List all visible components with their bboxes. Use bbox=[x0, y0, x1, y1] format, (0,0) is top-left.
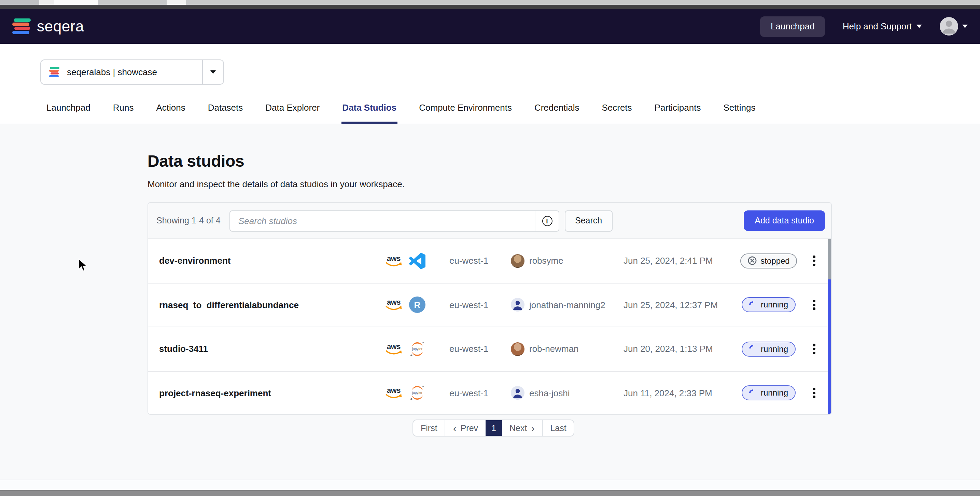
pagination-next[interactable]: Next › bbox=[502, 420, 542, 436]
rstudio-icon: R bbox=[409, 297, 425, 313]
top-navbar: seqera Launchpad Help and Support bbox=[0, 9, 980, 44]
user-avatar bbox=[511, 298, 525, 312]
jupyter-icon: jupyter bbox=[409, 341, 425, 357]
studio-name[interactable]: project-rnaseq-experiment bbox=[159, 388, 385, 398]
pagination-first[interactable]: First bbox=[413, 420, 445, 436]
region: eu-west-1 bbox=[449, 300, 511, 310]
jupyter-icon: jupyter bbox=[409, 385, 425, 401]
help-label: Help and Support bbox=[843, 21, 912, 32]
workspace-label: seqeralabs | showcase bbox=[67, 67, 157, 77]
results-count: Showing 1-4 of 4 bbox=[156, 216, 223, 225]
page-subtitle: Monitor and inspect the details of data … bbox=[148, 179, 405, 189]
aws-icon: aws bbox=[385, 255, 403, 267]
chevron-left-icon: ‹ bbox=[453, 423, 457, 433]
studio-name[interactable]: dev-environment bbox=[159, 256, 385, 266]
tab-secrets[interactable]: Secrets bbox=[601, 102, 632, 124]
search-input-group: i bbox=[229, 210, 559, 231]
region: eu-west-1 bbox=[449, 256, 511, 266]
search-button[interactable]: Search bbox=[565, 210, 612, 231]
tab-launchpad[interactable]: Launchpad bbox=[46, 102, 91, 124]
person-icon bbox=[511, 386, 525, 400]
person-icon bbox=[511, 298, 525, 312]
date-created: Jun 25, 2024, 2:41 PM bbox=[624, 256, 736, 266]
status-badge: stopped bbox=[740, 254, 797, 268]
user-avatar bbox=[511, 342, 525, 356]
user-name: rob-newman bbox=[529, 344, 579, 354]
help-and-support-menu[interactable]: Help and Support bbox=[843, 21, 922, 32]
region: eu-west-1 bbox=[449, 344, 511, 354]
tab-settings[interactable]: Settings bbox=[722, 102, 756, 124]
stopped-icon bbox=[748, 257, 756, 265]
svg-text:jupyter: jupyter bbox=[412, 391, 423, 395]
add-data-studio-button[interactable]: Add data studio bbox=[744, 211, 825, 231]
person-icon bbox=[940, 17, 958, 35]
pagination: First ‹ Prev 1 Next › Last bbox=[412, 419, 575, 437]
header-zone: seqeralabs | showcase Launchpad Runs Act… bbox=[0, 44, 980, 124]
pagination-page-1[interactable]: 1 bbox=[485, 420, 502, 436]
user-avatar bbox=[511, 386, 525, 400]
tab-compute-environments[interactable]: Compute Environments bbox=[418, 102, 512, 124]
status-badge: running bbox=[742, 386, 795, 401]
kebab-menu[interactable] bbox=[810, 253, 818, 268]
spinner-icon bbox=[748, 344, 758, 354]
main-content: Data studios Monitor and inspect the det… bbox=[0, 124, 980, 480]
pagination-last[interactable]: Last bbox=[542, 420, 574, 436]
tab-runs[interactable]: Runs bbox=[112, 102, 135, 124]
workspace-tabs: Launchpad Runs Actions Datasets Data Exp… bbox=[46, 102, 756, 124]
search-input[interactable] bbox=[230, 211, 535, 231]
table-row[interactable]: project-rnaseq-experiment aws jupyter bbox=[148, 371, 831, 415]
user-avatar bbox=[511, 254, 525, 268]
chevron-down-icon bbox=[916, 25, 922, 28]
table-scrollbar[interactable] bbox=[828, 239, 831, 414]
user-menu[interactable] bbox=[940, 17, 968, 35]
aws-icon: aws bbox=[385, 387, 403, 399]
brand-name: seqera bbox=[37, 18, 84, 35]
studios-table-card: Showing 1-4 of 4 i Search Add data studi… bbox=[148, 202, 832, 415]
aws-icon: aws bbox=[385, 299, 403, 311]
vscode-icon bbox=[409, 253, 425, 269]
tab-actions[interactable]: Actions bbox=[155, 102, 186, 124]
launchpad-button[interactable]: Launchpad bbox=[760, 16, 825, 37]
tab-data-explorer[interactable]: Data Explorer bbox=[265, 102, 320, 124]
avatar bbox=[940, 17, 958, 35]
svg-text:jupyter: jupyter bbox=[412, 347, 423, 351]
tab-credentials[interactable]: Credentials bbox=[534, 102, 580, 124]
spinner-icon bbox=[748, 388, 758, 398]
region: eu-west-1 bbox=[449, 388, 511, 398]
pagination-prev[interactable]: ‹ Prev bbox=[445, 420, 485, 436]
date-created: Jun 20, 2024, 1:13 PM bbox=[624, 344, 736, 354]
kebab-menu[interactable] bbox=[810, 385, 818, 401]
info-icon: i bbox=[542, 215, 552, 226]
spinner-icon bbox=[748, 300, 758, 310]
tab-data-studios[interactable]: Data Studios bbox=[342, 102, 397, 124]
aws-icon: aws bbox=[385, 343, 403, 355]
date-created: Jun 25, 2024, 12:37 PM bbox=[624, 300, 736, 310]
footer-strip bbox=[0, 480, 980, 491]
workspace-selector[interactable]: seqeralabs | showcase bbox=[40, 59, 224, 85]
table-row[interactable]: studio-3411 aws jupyter bbox=[148, 327, 831, 371]
kebab-menu[interactable] bbox=[810, 341, 818, 357]
seqera-logo-icon bbox=[12, 19, 31, 34]
table-row[interactable]: dev-environment aws eu-west-1 robsyme Ju… bbox=[148, 239, 831, 283]
kebab-menu[interactable] bbox=[810, 297, 818, 313]
studio-name[interactable]: studio-3411 bbox=[159, 344, 385, 354]
browser-chrome-top bbox=[0, 0, 980, 5]
table-row[interactable]: rnaseq_to_differentialabundance aws R eu… bbox=[148, 283, 831, 327]
browser-chrome-strip bbox=[0, 5, 980, 9]
tab-datasets[interactable]: Datasets bbox=[207, 102, 244, 124]
table-toolbar: Showing 1-4 of 4 i Search Add data studi… bbox=[148, 203, 831, 239]
tab-participants[interactable]: Participants bbox=[654, 102, 702, 124]
scrollbar-thumb[interactable] bbox=[828, 239, 831, 279]
date-created: Jun 11, 2024, 2:33 PM bbox=[624, 388, 736, 398]
page-title: Data studios bbox=[148, 152, 244, 171]
studio-name[interactable]: rnaseq_to_differentialabundance bbox=[159, 300, 385, 310]
chevron-down-icon bbox=[962, 25, 968, 28]
search-info-button[interactable]: i bbox=[535, 211, 558, 231]
status-badge: running bbox=[742, 341, 795, 357]
workspace-logo-icon bbox=[49, 67, 59, 77]
app-screen: seqera Launchpad Help and Support bbox=[0, 0, 980, 496]
browser-chrome-bottom bbox=[0, 490, 980, 496]
seqera-brand[interactable]: seqera bbox=[12, 18, 84, 35]
status-badge: running bbox=[742, 298, 795, 313]
workspace-dropdown-toggle[interactable] bbox=[202, 60, 223, 84]
